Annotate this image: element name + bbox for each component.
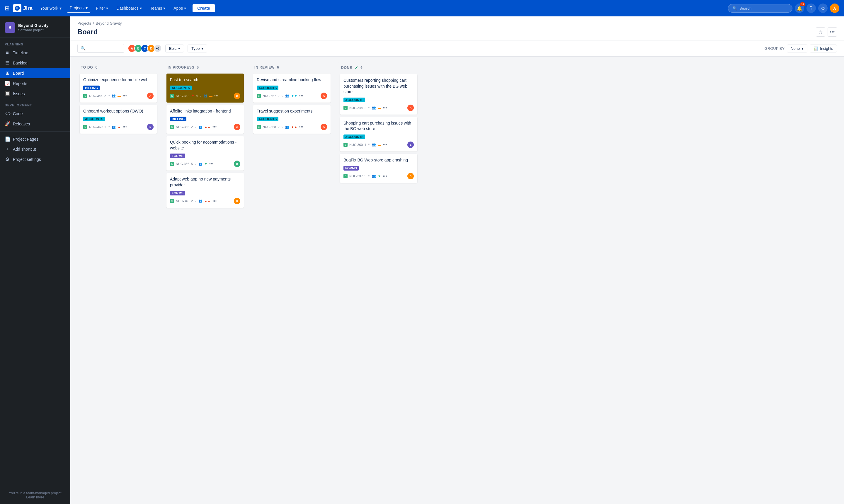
- priority-icon: ▲▲: [204, 199, 211, 203]
- breadcrumb-project-name[interactable]: Beyond Gravity: [96, 21, 122, 25]
- tag-accounts: ACCOUNTS: [83, 116, 105, 121]
- column-inreview-header: IN REVIEW 6: [251, 62, 333, 72]
- card-nuc-360-done[interactable]: Shopping cart purchasing issues with the…: [340, 117, 417, 151]
- card-meta: S NUC-346 2 ⑂ 👥 ▲▲ ••• D: [170, 198, 240, 204]
- card-nuc-336[interactable]: Quick booking for accommodations - websi…: [166, 136, 244, 170]
- user-avatar[interactable]: A: [830, 3, 839, 13]
- tag-accounts: ACCOUNTS: [257, 86, 279, 90]
- story-icon: S: [170, 125, 174, 129]
- sidebar-item-issues[interactable]: 🔲 Issues: [0, 89, 70, 99]
- sidebar-item-backlog[interactable]: ☰ Backlog: [0, 58, 70, 68]
- card-nuc-344-todo[interactable]: Optimize experience for mobile web BILLI…: [80, 74, 157, 103]
- settings-button[interactable]: ⚙: [818, 3, 828, 13]
- card-nuc-360-todo[interactable]: Onboard workout options (OWO) ACCOUNTS S…: [80, 105, 157, 134]
- card-nuc-344-done[interactable]: Customers reporting shopping cart purcha…: [340, 74, 417, 114]
- branch-icon: ⑂: [368, 106, 370, 110]
- learn-more-link[interactable]: Learn more: [26, 495, 44, 499]
- card-nuc-346[interactable]: Adapt web app no new payments provider F…: [166, 173, 244, 208]
- card-avatar: A: [147, 93, 154, 99]
- story-icon: S: [257, 94, 261, 98]
- your-work-button[interactable]: Your work ▾: [37, 4, 65, 12]
- column-inprogress-header: IN PROGRESS 6: [164, 62, 246, 72]
- card-avatar: E: [407, 142, 414, 148]
- dashboards-button[interactable]: Dashboards ▾: [113, 4, 145, 12]
- story-icon: S: [83, 94, 87, 98]
- board-icon: ⊞: [5, 70, 10, 76]
- tag-billing: BILLING: [170, 116, 186, 121]
- column-inprogress-cards: Fast trip search ACCOUNTS S NUC-342 ⚑ 4 …: [164, 72, 246, 496]
- breadcrumb: Projects / Beyond Gravity: [77, 21, 837, 25]
- settings-icon: ⚙: [5, 157, 10, 162]
- board-toolbar: 🔍 A B C D +3 Epic ▾ Type ▾ GROUP BY: [70, 40, 844, 57]
- priority-icon: ▬: [209, 94, 213, 97]
- sidebar-item-project-settings[interactable]: ⚙ Project settings: [0, 154, 70, 164]
- branch-icon: ⑂: [108, 125, 110, 129]
- sidebar-item-board[interactable]: ⊞ Board: [0, 68, 70, 78]
- card-avatar: A: [321, 124, 327, 130]
- branch-icon: ⑂: [200, 94, 202, 97]
- branch-icon: ⑂: [108, 94, 110, 97]
- card-nuc-337-done[interactable]: BugFix BG Web-store app crashing FORMS S…: [340, 154, 417, 183]
- avatar-more[interactable]: +3: [154, 44, 162, 52]
- sidebar-item-project-pages[interactable]: 📄 Project Pages: [0, 134, 70, 144]
- card-meta: S NUC-335 2 ⑂ 👥 ▲▲ ••• A: [170, 124, 240, 130]
- grid-icon[interactable]: ⊞: [5, 5, 10, 12]
- sidebar-item-releases[interactable]: 🚀 Releases: [0, 119, 70, 129]
- card-meta: S NUC-337 5 ⑂ 👥 ▼ ••• D: [343, 173, 414, 179]
- breadcrumb-projects[interactable]: Projects: [77, 21, 91, 25]
- sidebar-item-reports[interactable]: 📈 Reports: [0, 78, 70, 89]
- filter-button[interactable]: Filter ▾: [93, 4, 111, 12]
- commit-icon: 👥: [112, 94, 116, 97]
- commit-icon: 👥: [198, 162, 202, 166]
- tag-forms: FORMS: [170, 191, 185, 195]
- sidebar-item-add-shortcut[interactable]: + Add shortcut: [0, 144, 70, 154]
- column-done-cards: Customers reporting shopping cart purcha…: [338, 73, 420, 496]
- notifications-button[interactable]: 🔔 9+: [795, 3, 804, 13]
- story-icon: S: [257, 125, 261, 129]
- type-filter-button[interactable]: Type ▾: [187, 44, 207, 52]
- search-bar[interactable]: 🔍 Search: [728, 4, 792, 13]
- more-icon: •••: [123, 93, 127, 98]
- tag-billing: BILLING: [83, 86, 100, 90]
- epic-filter-button[interactable]: Epic ▾: [165, 44, 184, 52]
- tag-forms: FORMS: [343, 166, 359, 170]
- group-by-dropdown[interactable]: None ▾: [787, 44, 807, 52]
- card-nuc-335[interactable]: Affelite links integration - frontend BI…: [166, 105, 244, 134]
- create-button[interactable]: Create: [193, 4, 215, 12]
- star-button[interactable]: ☆: [816, 27, 825, 37]
- sidebar-item-code[interactable]: </> Code: [0, 109, 70, 119]
- board-search-input[interactable]: [87, 46, 121, 51]
- group-by-chevron-icon: ▾: [802, 46, 804, 51]
- tag-accounts: ACCOUNTS: [170, 86, 192, 90]
- board-search-box[interactable]: 🔍: [77, 44, 124, 53]
- top-navigation: ⊞ Jira Your work ▾ Projects ▾ Filter ▾ D…: [0, 0, 844, 16]
- more-icon: •••: [213, 125, 217, 129]
- tag-accounts: ACCOUNTS: [343, 97, 365, 102]
- apps-button[interactable]: Apps ▾: [170, 4, 189, 12]
- help-button[interactable]: ?: [807, 3, 816, 13]
- commit-icon: 👥: [112, 125, 116, 129]
- type-chevron-icon: ▾: [201, 46, 203, 51]
- tag-accounts: ACCOUNTS: [257, 116, 279, 121]
- card-nuc-367[interactable]: Revise and streamline booking flow ACCOU…: [253, 74, 330, 103]
- teams-button[interactable]: Teams ▾: [147, 4, 168, 12]
- code-icon: </>: [5, 111, 10, 116]
- more-options-button[interactable]: •••: [828, 27, 837, 37]
- card-nuc-358[interactable]: Travel suggestion experiments ACCOUNTS S…: [253, 105, 330, 134]
- priority-icon: ▲▲: [204, 125, 211, 129]
- more-icon: •••: [209, 161, 214, 166]
- board-columns: TO DO 6 Optimize experience for mobile w…: [70, 57, 844, 502]
- more-icon: •••: [213, 199, 217, 203]
- project-icon: B: [5, 22, 15, 33]
- card-avatar: D: [407, 173, 414, 179]
- story-icon: S: [343, 106, 347, 110]
- insights-button[interactable]: 📊 Insights: [810, 44, 837, 52]
- group-by-label: GROUP BY: [765, 46, 785, 51]
- jira-logo[interactable]: Jira: [13, 4, 33, 12]
- priority-icon: ▲▲: [291, 125, 298, 129]
- priority-icon: ▼: [378, 174, 381, 178]
- column-todo-cards: Optimize experience for mobile web BILLI…: [77, 72, 159, 496]
- sidebar-item-timeline[interactable]: ≡ Timeline: [0, 48, 70, 58]
- card-nuc-342[interactable]: Fast trip search ACCOUNTS S NUC-342 ⚑ 4 …: [166, 74, 244, 103]
- projects-button[interactable]: Projects ▾: [67, 4, 91, 13]
